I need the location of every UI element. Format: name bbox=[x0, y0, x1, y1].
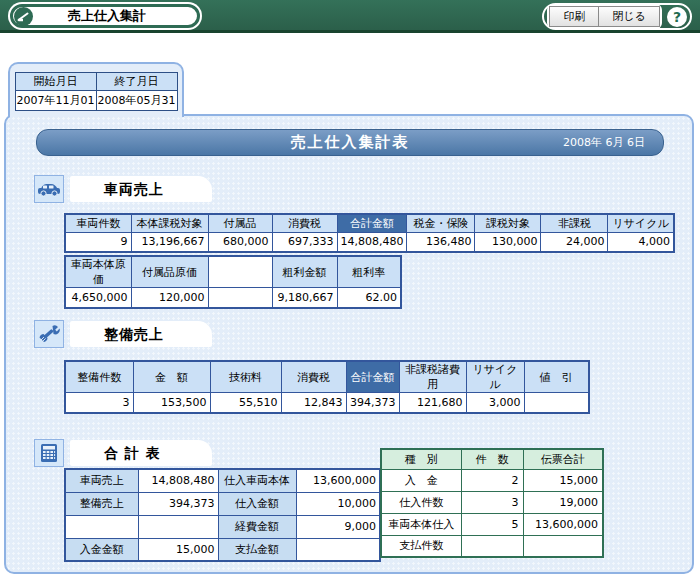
header-cell: 非課税諸費用 bbox=[399, 361, 466, 393]
value-cell: 680,000 bbox=[208, 232, 272, 252]
value-cell: 62.00 bbox=[337, 288, 401, 308]
header-cell: 金 額 bbox=[133, 361, 210, 393]
table-header-row: 整備件数 金 額 技術料 消費税 合計金額 非課税諸費用 リサイクル 値 引 bbox=[65, 361, 589, 393]
app-title: 売上仕入集計 bbox=[33, 7, 197, 25]
value-cell: 24,000 bbox=[541, 232, 608, 252]
value-cell: 9 bbox=[65, 232, 131, 252]
label-cell: 経費金額 bbox=[218, 515, 296, 538]
start-date-header: 開始月日 bbox=[15, 73, 96, 91]
period-value-row: 2007年11月01 2008年05月31 bbox=[15, 91, 177, 111]
value-cell: 13,600,000 bbox=[296, 469, 380, 492]
value-cell: 55,510 bbox=[210, 393, 281, 413]
totals-section-title: 合 計 表 bbox=[70, 440, 212, 466]
help-button[interactable]: ? bbox=[667, 7, 687, 27]
empty-header-cell bbox=[208, 256, 272, 288]
label-cell: 整備売上 bbox=[65, 492, 138, 515]
label-cell: 支払金額 bbox=[218, 538, 296, 561]
empty-value-cell bbox=[524, 393, 589, 413]
car-icon bbox=[34, 175, 64, 203]
window-controls: 印刷 閉じる ? bbox=[542, 3, 692, 30]
total-cell: 15,000 bbox=[523, 469, 603, 491]
header-cell: 消費税 bbox=[272, 214, 337, 232]
header-cell: リサイクル bbox=[466, 361, 524, 393]
value-cell: 153,500 bbox=[133, 393, 210, 413]
label-cell: 入金金額 bbox=[65, 538, 138, 561]
header-cell: 値 引 bbox=[524, 361, 589, 393]
total-header-cell: 合計金額 bbox=[337, 214, 407, 232]
table-value-row: 9 13,196,667 680,000 697,333 14,808,480 … bbox=[65, 232, 674, 252]
table-row: 支払件数 bbox=[381, 535, 603, 557]
app-title-pill: 売上仕入集計 bbox=[10, 4, 200, 28]
totals-summary-table: 車両売上 14,808,480 仕入車両本体 13,600,000 整備売上 3… bbox=[64, 468, 381, 562]
empty-label-cell bbox=[65, 515, 138, 538]
title-bar: 売上仕入集計 印刷 閉じる ? bbox=[0, 0, 700, 33]
service-sales-section-title: 整備売上 bbox=[70, 321, 212, 347]
report-header-bar: 売上仕入集計表 2008年 6月 6日 bbox=[36, 129, 664, 156]
close-button[interactable]: 閉じる bbox=[598, 6, 660, 27]
count-cell: 5 bbox=[461, 513, 523, 535]
table-header-row: 種 別 件 数 伝票合計 bbox=[381, 449, 603, 469]
table-row: 入 金 2 15,000 bbox=[381, 469, 603, 491]
header-cell: 粗利率 bbox=[337, 256, 401, 288]
count-cell: 2 bbox=[461, 469, 523, 491]
table-header-row: 車両本体原価 付属品原価 粗利金額 粗利率 bbox=[65, 256, 401, 288]
period-header-row: 開始月日 終了月日 bbox=[15, 73, 177, 91]
end-date-field[interactable]: 2008年05月31 bbox=[96, 91, 177, 111]
value-cell: 12,843 bbox=[281, 393, 346, 413]
period-table: 開始月日 終了月日 2007年11月01 2008年05月31 bbox=[15, 72, 178, 111]
header-cell: リサイクル bbox=[608, 214, 674, 232]
type-cell: 車両本体仕入 bbox=[381, 513, 461, 535]
header-cell: 課税対象 bbox=[475, 214, 541, 232]
type-cell: 仕入件数 bbox=[381, 491, 461, 513]
value-cell: 9,000 bbox=[296, 515, 380, 538]
type-cell: 入 金 bbox=[381, 469, 461, 491]
value-cell: 394,373 bbox=[138, 492, 218, 515]
value-cell: 4,650,000 bbox=[65, 288, 131, 308]
calculator-icon bbox=[34, 439, 64, 467]
service-sales-table: 整備件数 金 額 技術料 消費税 合計金額 非課税諸費用 リサイクル 値 引 3… bbox=[64, 360, 590, 414]
table-row: 車両売上 14,808,480 仕入車両本体 13,600,000 bbox=[65, 469, 380, 492]
value-cell: 697,333 bbox=[272, 232, 337, 252]
table-row: 入金金額 15,000 支払金額 bbox=[65, 538, 380, 561]
type-cell: 支払件数 bbox=[381, 535, 461, 557]
table-row: 車両本体仕入 5 13,600,000 bbox=[381, 513, 603, 535]
header-cell: 技術料 bbox=[210, 361, 281, 393]
total-header-cell: 合計金額 bbox=[346, 361, 399, 393]
empty-value-cell bbox=[208, 288, 272, 308]
table-value-row: 4,650,000 120,000 9,180,667 62.00 bbox=[65, 288, 401, 308]
empty-value-cell bbox=[296, 538, 380, 561]
value-cell: 14,808,480 bbox=[337, 232, 407, 252]
total-cell: 19,000 bbox=[523, 491, 603, 513]
table-row: 整備売上 394,373 仕入金額 10,000 bbox=[65, 492, 380, 515]
value-cell: 394,373 bbox=[346, 393, 399, 413]
header-cell: 付属品 bbox=[208, 214, 272, 232]
report-date: 2008年 6月 6日 bbox=[563, 130, 645, 155]
button-group: 印刷 閉じる bbox=[547, 4, 662, 29]
label-cell: 車両売上 bbox=[65, 469, 138, 492]
header-cell: 本体課税対象 bbox=[131, 214, 208, 232]
header-cell: 付属品原価 bbox=[131, 256, 208, 288]
header-cell: 消費税 bbox=[281, 361, 346, 393]
label-cell: 仕入車両本体 bbox=[218, 469, 296, 492]
voucher-totals-table: 種 別 件 数 伝票合計 入 金 2 15,000 仕入件数 3 19,000 … bbox=[380, 448, 604, 558]
dealer-logo-icon bbox=[14, 7, 33, 26]
count-cell bbox=[461, 535, 523, 557]
main-panel: 売上仕入集計表 2008年 6月 6日 車両売上 車両件数 本体課税対象 付属品… bbox=[4, 114, 694, 574]
value-cell: 3,000 bbox=[466, 393, 524, 413]
table-row: 仕入件数 3 19,000 bbox=[381, 491, 603, 513]
value-cell: 10,000 bbox=[296, 492, 380, 515]
value-cell: 13,196,667 bbox=[131, 232, 208, 252]
empty-value-cell bbox=[138, 515, 218, 538]
header-cell: 粗利金額 bbox=[272, 256, 337, 288]
header-cell: 車両本体原価 bbox=[65, 256, 131, 288]
value-cell: 130,000 bbox=[475, 232, 541, 252]
vehicle-cost-table: 車両本体原価 付属品原価 粗利金額 粗利率 4,650,000 120,000 … bbox=[64, 255, 402, 309]
vehicle-sales-section-title: 車両売上 bbox=[70, 176, 212, 202]
value-cell: 4,000 bbox=[608, 232, 674, 252]
value-cell: 3 bbox=[65, 393, 133, 413]
start-date-field[interactable]: 2007年11月01 bbox=[15, 91, 96, 111]
value-cell: 136,480 bbox=[407, 232, 475, 252]
label-cell: 仕入金額 bbox=[218, 492, 296, 515]
value-cell: 15,000 bbox=[138, 538, 218, 561]
print-button[interactable]: 印刷 bbox=[549, 6, 599, 27]
